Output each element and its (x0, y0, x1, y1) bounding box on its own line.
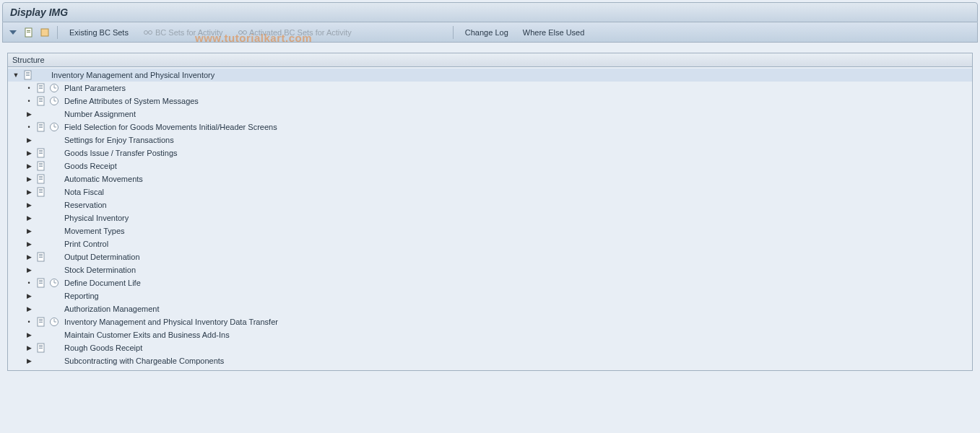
tree-item-label[interactable]: Nota Fiscal (61, 185, 104, 198)
execute-icon[interactable] (48, 95, 60, 107)
execute-icon[interactable] (48, 316, 60, 328)
tree-item-label[interactable]: Output Determination (61, 250, 140, 263)
tree-item-label[interactable]: Maintain Customer Exits and Business Add… (61, 328, 230, 341)
expand-icon[interactable]: ▶ (25, 253, 32, 261)
collapse-icon[interactable]: ▼ (12, 71, 19, 79)
tree-row[interactable]: ▶Maintain Customer Exits and Business Ad… (8, 328, 972, 341)
svg-rect-51 (39, 192, 43, 193)
tree-row[interactable]: ▶Output Determination (8, 250, 972, 263)
tree-item-label[interactable]: Rough Goods Receipt (61, 341, 142, 354)
expand-icon[interactable]: ▶ (25, 110, 32, 118)
existing-bc-sets-button[interactable]: Existing BC Sets (64, 27, 134, 38)
tree-root-label[interactable]: Inventory Management and Physical Invent… (48, 69, 214, 82)
expand-subtree-icon[interactable] (6, 26, 19, 39)
doc-icon (35, 290, 47, 302)
tree-row[interactable]: ▶Stock Determination (8, 263, 972, 276)
tree-item-label[interactable]: Physical Inventory (61, 211, 129, 224)
doc-icon[interactable] (35, 342, 47, 354)
tree-row[interactable]: ▶Reservation (8, 198, 972, 211)
release-notes-icon[interactable] (38, 26, 51, 39)
tree-row[interactable]: •Define Attributes of System Messages (8, 95, 972, 108)
doc-icon[interactable] (35, 160, 47, 172)
svg-rect-13 (26, 74, 30, 74)
tree-item-label[interactable]: Authorization Management (61, 302, 159, 315)
tree-item-label[interactable]: Inventory Management and Physical Invent… (61, 315, 278, 328)
document-icon[interactable] (22, 26, 35, 39)
expand-icon[interactable]: ▶ (25, 201, 32, 209)
tree-item-label[interactable]: Field Selection for Goods Movements Init… (61, 121, 277, 134)
expand-icon[interactable]: ▶ (25, 175, 32, 183)
svg-marker-0 (9, 30, 17, 35)
doc-icon[interactable] (22, 69, 34, 81)
where-else-used-button[interactable]: Where Else Used (517, 27, 591, 38)
doc-icon[interactable] (35, 173, 47, 185)
tree-row[interactable]: ▶Rough Goods Receipt (8, 341, 972, 354)
doc-icon[interactable] (35, 82, 47, 94)
tree-item-label[interactable]: Reservation (61, 198, 107, 211)
tree-item-label[interactable]: Define Document Life (61, 276, 141, 289)
tree-row[interactable]: ▶Movement Types (8, 224, 972, 237)
leaf-icon: • (25, 82, 32, 95)
tree-item-label[interactable]: Subcontracting with Chargeable Component… (61, 354, 224, 367)
tree-root-row[interactable]: ▼ Inventory Management and Physical Inve… (8, 69, 972, 82)
tree-row[interactable]: •Field Selection for Goods Movements Ini… (8, 121, 972, 134)
execute-icon (48, 134, 60, 146)
doc-icon[interactable] (35, 186, 47, 198)
execute-icon[interactable] (48, 121, 60, 133)
tree-row[interactable]: ▶Settings for Enjoy Transactions (8, 134, 972, 146)
execute-icon (48, 290, 60, 302)
tree-item-label[interactable]: Settings for Enjoy Transactions (61, 134, 174, 146)
doc-icon[interactable] (35, 316, 47, 328)
expand-icon[interactable]: ▶ (25, 136, 32, 144)
expand-icon[interactable]: ▶ (25, 305, 32, 312)
expand-icon[interactable]: ▶ (25, 227, 32, 235)
tree-row[interactable]: ▶Physical Inventory (8, 211, 972, 224)
tree-item-label[interactable]: Print Control (61, 237, 108, 250)
svg-rect-71 (39, 345, 43, 346)
tree-row[interactable]: ▶Goods Issue / Transfer Postings (8, 146, 972, 159)
doc-icon[interactable] (35, 95, 47, 107)
tree-row[interactable]: ▶Authorization Management (8, 302, 972, 315)
tree-row[interactable]: •Define Document Life (8, 276, 972, 289)
doc-icon[interactable] (35, 277, 47, 289)
expand-icon[interactable]: ▶ (25, 188, 32, 196)
tree-row[interactable]: ▶Reporting (8, 289, 972, 302)
tree-item-label[interactable]: Define Attributes of System Messages (61, 95, 199, 108)
expand-icon[interactable]: ▶ (25, 344, 32, 351)
svg-rect-2 (27, 30, 30, 31)
expand-icon[interactable]: ▶ (25, 331, 32, 338)
change-log-button[interactable]: Change Log (459, 27, 514, 38)
tree-row[interactable]: •Plant Parameters (8, 82, 972, 95)
tree-row[interactable]: ▶Automatic Movements (8, 172, 972, 185)
tree-row[interactable]: ▶Print Control (8, 237, 972, 250)
execute-icon[interactable] (48, 82, 60, 94)
tree-row[interactable]: ▶Goods Receipt (8, 159, 972, 172)
execute-icon[interactable] (48, 277, 60, 289)
expand-icon[interactable]: ▶ (25, 162, 32, 170)
expand-icon[interactable]: ▶ (25, 240, 32, 248)
expand-icon[interactable]: ▶ (25, 266, 32, 274)
tree-item-label[interactable]: Goods Receipt (61, 159, 117, 172)
tree-item-label[interactable]: Goods Issue / Transfer Postings (61, 146, 178, 159)
doc-icon[interactable] (35, 121, 47, 133)
expand-icon[interactable]: ▶ (25, 214, 32, 222)
execute-icon (48, 264, 60, 276)
tree-row[interactable]: •Inventory Management and Physical Inven… (8, 315, 972, 328)
tree-item-label[interactable]: Plant Parameters (61, 82, 126, 95)
tree-item-label[interactable]: Reporting (61, 289, 99, 302)
tree-item-label[interactable]: Automatic Movements (61, 172, 143, 185)
tree-item-label[interactable]: Number Assignment (61, 108, 136, 121)
tree-row[interactable]: ▶Subcontracting with Chargeable Componen… (8, 354, 972, 367)
tree-item-label[interactable]: Stock Determination (61, 263, 136, 276)
tree-item-label[interactable]: Movement Types (61, 224, 125, 237)
execute-icon (48, 355, 60, 367)
expand-icon[interactable]: ▶ (25, 149, 32, 157)
expand-icon[interactable]: ▶ (25, 357, 32, 364)
expand-icon[interactable]: ▶ (25, 292, 32, 299)
tree-row[interactable]: ▶Nota Fiscal (8, 185, 972, 198)
doc-icon[interactable] (35, 147, 47, 159)
tree-row[interactable]: ▶Number Assignment (8, 108, 972, 121)
svg-rect-23 (39, 98, 43, 99)
doc-icon[interactable] (35, 251, 47, 263)
svg-rect-66 (39, 322, 43, 323)
